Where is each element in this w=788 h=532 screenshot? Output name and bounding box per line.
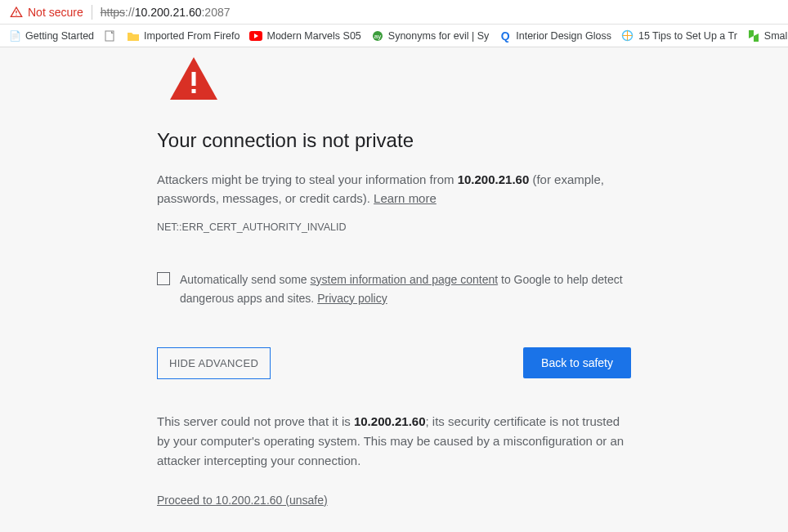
bookmark-label: 15 Tips to Set Up a Tr [638,30,737,42]
warning-body: Attackers might be trying to steal your … [157,170,631,208]
address-bar[interactable]: Not secure https :// 10.200.21.60 :2087 [0,0,788,25]
advanced-details: This server could not prove that it is 1… [157,412,631,471]
reporting-text: Automatically send some system informati… [180,270,631,308]
bookmark-item[interactable]: Imported From Firefo [127,29,240,42]
svg-point-1 [16,14,16,15]
bookmarks-bar: 📄 Getting Started Imported From Firefo M… [0,25,788,47]
security-label: Not secure [28,6,83,19]
body-pre: Attackers might be trying to steal your … [157,172,458,186]
bookmark-item[interactable]: Small Bathro [747,29,788,42]
q-icon: Q [499,29,512,42]
security-indicator[interactable]: Not secure [10,6,83,19]
divider [92,5,92,20]
globe-icon [621,29,634,42]
learn-more-link[interactable]: Learn more [374,191,437,205]
adv-pre: This server could not prove that it is [157,414,354,428]
page-icon [104,29,117,42]
url-punct: :// [125,6,135,19]
page-icon: 📄 [8,29,21,42]
bookmark-item[interactable]: ay Synonyms for evil | Sy [371,29,489,42]
opt-in-checkbox[interactable] [157,272,170,285]
svg-text:ay: ay [374,33,381,40]
page-heading: Your connection is not private [157,129,631,152]
bookmark-label: Small Bathro [764,30,788,42]
bookmark-item[interactable]: 📄 Getting Started [8,29,94,42]
hide-advanced-button[interactable]: HIDE ADVANCED [157,347,271,379]
system-info-link[interactable]: system information and page content [311,273,499,286]
interstitial-page: Your connection is not private Attackers… [0,47,788,507]
privacy-policy-link[interactable]: Privacy policy [317,292,387,305]
bookmark-label: Synonyms for evil | Sy [388,30,489,42]
green-dot-icon: ay [371,29,384,42]
error-code: NET::ERR_CERT_AUTHORITY_INVALID [157,221,631,233]
reporting-row: Automatically send some system informati… [157,270,631,308]
bookmark-item[interactable]: 15 Tips to Set Up a Tr [621,29,737,42]
adv-host: 10.200.21.60 [354,414,426,428]
button-row: HIDE ADVANCED Back to safety [157,347,631,379]
bookmark-label: Imported From Firefo [144,30,240,42]
proceed-row: Proceed to 10.200.21.60 (unsafe) [157,494,631,507]
bookmark-label: Interior Design Gloss [516,30,611,42]
url-host: 10.200.21.60 [135,6,202,19]
report-pre: Automatically send some [180,273,311,286]
bookmark-label: Getting Started [25,30,94,42]
proceed-unsafe-link[interactable]: Proceed to 10.200.21.60 (unsafe) [157,494,328,507]
bookmark-item[interactable]: Q Interior Design Gloss [499,29,611,42]
houzz-icon [747,29,760,42]
bookmark-label: Modern Marvels S05 [266,30,360,42]
back-to-safety-button[interactable]: Back to safety [523,347,631,378]
warning-icon [170,57,631,103]
svg-rect-8 [192,89,196,93]
bookmark-item[interactable] [104,29,117,42]
svg-rect-7 [192,72,196,86]
warning-triangle-icon [10,6,23,19]
folder-icon [127,29,140,42]
bookmark-item[interactable]: Modern Marvels S05 [249,29,360,42]
youtube-icon [249,29,262,42]
url-protocol: https [101,6,125,19]
url[interactable]: https :// 10.200.21.60 :2087 [101,6,231,19]
body-host: 10.200.21.60 [458,172,530,186]
url-port: :2087 [201,6,230,19]
